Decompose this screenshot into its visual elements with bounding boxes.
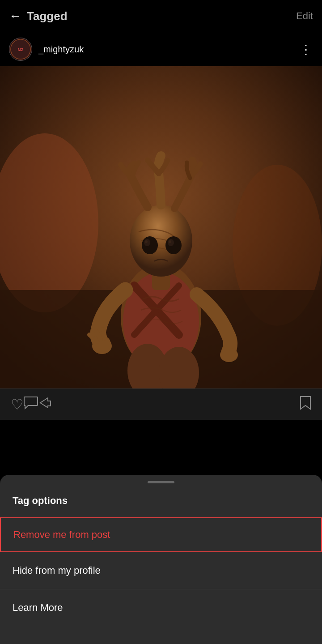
profile-left: MZ _mightyzuk [9,38,84,61]
svg-text:MZ: MZ [18,47,24,52]
learn-more-button[interactable]: Learn More [0,589,322,626]
sheet-title: Tag options [0,488,322,516]
svg-point-16 [220,348,238,362]
svg-point-18 [130,205,192,277]
hide-from-profile-button[interactable]: Hide from my profile [0,552,322,589]
username-label: _mightyzuk [38,44,84,55]
top-nav-bar: ← Tagged Edit [0,0,322,32]
remove-from-post-button[interactable]: Remove me from post [0,517,322,552]
svg-line-15 [103,329,105,338]
sheet-handle-area [0,475,322,488]
bottom-sheet: Tag options Remove me from post Hide fro… [0,475,322,644]
comment-button[interactable] [24,396,38,413]
profile-row: MZ _mightyzuk ⋮ [0,32,322,66]
edit-button[interactable]: Edit [296,10,313,22]
svg-point-24 [169,240,171,243]
post-image [0,66,322,388]
like-button[interactable]: ♡ [11,396,24,413]
share-button[interactable] [38,396,51,413]
avatar[interactable]: MZ [9,38,32,61]
back-button[interactable]: ← [9,9,21,23]
sheet-handle-bar [148,481,174,483]
svg-point-19 [142,236,158,254]
more-options-button[interactable]: ⋮ [300,42,313,57]
svg-point-23 [145,240,148,243]
top-bar-left: ← Tagged [9,9,68,23]
page: ← Tagged Edit MZ _mightyzuk ⋮ [0,0,322,644]
svg-point-20 [165,236,182,254]
save-button[interactable] [300,396,311,413]
action-bar: ♡ [0,388,322,420]
page-title: Tagged [27,9,68,23]
